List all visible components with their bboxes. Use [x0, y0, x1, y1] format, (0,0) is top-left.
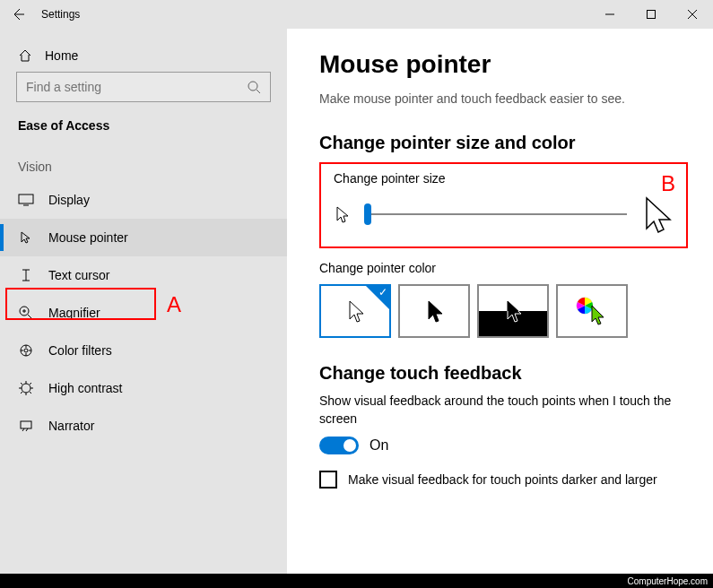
nav-label: Mouse pointer: [48, 230, 128, 245]
color-filters-icon: [18, 343, 34, 358]
pointer-color-inverted[interactable]: [477, 284, 549, 338]
nav-label: Text cursor: [48, 268, 109, 282]
annotation-b: B: [661, 171, 675, 196]
nav-label: Display: [48, 193, 90, 207]
annotation-a-label: A: [167, 292, 181, 317]
sidebar-item-mouse-pointer[interactable]: Mouse pointer: [0, 219, 287, 256]
touch-feedback-desc: Show visual feedback around the touch po…: [319, 393, 688, 428]
cursor-inverted-icon: [503, 298, 523, 324]
narrator-icon: [18, 419, 34, 433]
svg-rect-1: [648, 11, 656, 19]
selected-check-icon: [366, 286, 389, 309]
darker-larger-checkbox[interactable]: [319, 471, 337, 489]
section-touch-feedback: Change touch feedback: [319, 363, 688, 384]
touch-feedback-toggle[interactable]: [319, 437, 359, 454]
back-button[interactable]: [0, 0, 36, 29]
maximize-icon: [647, 10, 656, 19]
close-icon: [688, 10, 697, 19]
svg-line-12: [28, 315, 32, 319]
svg-point-16: [24, 349, 28, 352]
close-button[interactable]: [672, 0, 713, 29]
small-cursor-icon: [334, 204, 350, 224]
pointer-size-label: Change pointer size: [334, 171, 674, 186]
svg-line-27: [30, 392, 31, 393]
sidebar: Home Ease of Access Vision Display Mouse…: [0, 29, 287, 574]
section-title: Ease of Access: [0, 115, 287, 149]
sidebar-item-text-cursor[interactable]: Text cursor: [0, 256, 287, 294]
mouse-pointer-icon: [18, 230, 34, 245]
search-input-wrap[interactable]: [16, 72, 271, 102]
magnifier-icon: [18, 306, 34, 320]
minimize-icon: [605, 10, 614, 19]
sidebar-item-high-contrast[interactable]: High contrast: [0, 369, 287, 407]
main-content: Mouse pointer Make mouse pointer and tou…: [287, 29, 713, 574]
nav-label: Narrator: [48, 419, 94, 433]
sidebar-item-narrator[interactable]: Narrator: [0, 407, 287, 445]
pointer-color-black[interactable]: [398, 284, 470, 338]
back-arrow-icon: [11, 7, 25, 22]
slider-thumb[interactable]: [364, 203, 371, 225]
svg-point-4: [248, 82, 257, 91]
nav-label: Color filters: [48, 343, 112, 358]
svg-rect-6: [19, 195, 33, 203]
pointer-color-white[interactable]: [319, 284, 391, 338]
svg-point-21: [22, 384, 30, 393]
text-cursor-icon: [18, 268, 34, 282]
home-icon: [18, 48, 32, 63]
pointer-color-label: Change pointer color: [319, 261, 688, 275]
high-contrast-icon: [18, 381, 34, 395]
svg-line-5: [257, 90, 260, 93]
toggle-state-label: On: [370, 437, 388, 454]
search-input[interactable]: [26, 80, 247, 94]
nav-label: High contrast: [48, 381, 122, 395]
svg-line-28: [21, 392, 22, 393]
section-pointer-size-color: Change pointer size and color: [319, 133, 688, 153]
display-icon: [18, 194, 34, 206]
large-cursor-icon: [641, 195, 674, 234]
home-nav[interactable]: Home: [0, 41, 287, 72]
pointer-color-options: [319, 284, 688, 338]
search-icon: [247, 80, 261, 94]
page-title: Mouse pointer: [319, 50, 688, 79]
pointer-size-box: Change pointer size B: [319, 162, 688, 248]
sidebar-item-magnifier[interactable]: Magnifier: [0, 294, 287, 332]
svg-line-26: [21, 383, 22, 385]
maximize-button[interactable]: [630, 0, 672, 29]
sidebar-item-display[interactable]: Display: [0, 181, 287, 219]
nav-list: Display Mouse pointer Text cursor Magnif…: [0, 181, 287, 445]
svg-rect-30: [21, 421, 31, 428]
minimize-button[interactable]: [589, 0, 630, 29]
cursor-black-icon: [424, 298, 444, 324]
window-controls: [589, 0, 713, 29]
sidebar-item-color-filters[interactable]: Color filters: [0, 332, 287, 369]
svg-line-29: [30, 383, 31, 385]
cursor-custom-color-icon: [574, 295, 610, 327]
pointer-color-custom[interactable]: [556, 284, 628, 338]
titlebar: Settings: [0, 0, 713, 29]
checkbox-label: Make visual feedback for touch points da…: [348, 472, 657, 487]
page-subtitle: Make mouse pointer and touch feedback ea…: [319, 91, 688, 106]
footer-watermark: ComputerHope.com: [0, 574, 713, 588]
group-label: Vision: [0, 149, 287, 181]
pointer-size-slider[interactable]: [364, 213, 627, 215]
home-label: Home: [45, 48, 78, 63]
window-title: Settings: [41, 8, 80, 21]
cursor-white-icon: [345, 298, 365, 324]
nav-label: Magnifier: [48, 306, 100, 320]
